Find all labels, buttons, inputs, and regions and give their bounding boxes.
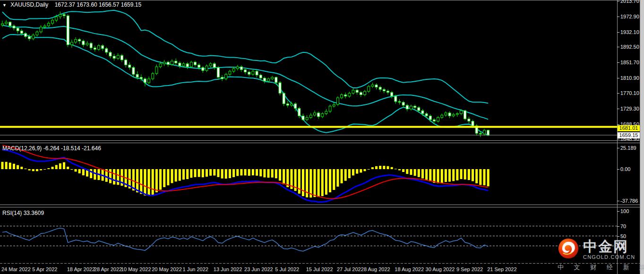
candle-body xyxy=(356,90,358,93)
macd-histogram-bar xyxy=(40,169,42,170)
hline-1681[interactable] xyxy=(0,126,617,128)
macd-histogram-bar xyxy=(418,169,420,177)
candle-body xyxy=(186,64,189,67)
candle-body xyxy=(352,90,354,93)
macd-histogram-bar xyxy=(341,169,343,183)
pane-separator[interactable] xyxy=(0,205,641,205)
candle-body xyxy=(387,91,389,93)
macd-histogram-bar xyxy=(5,162,8,169)
candle-body xyxy=(5,22,8,24)
candle-body xyxy=(194,62,197,65)
candle-body xyxy=(414,106,416,108)
macd-histogram-bar xyxy=(279,169,281,180)
candle-body xyxy=(198,65,200,68)
price-axis-label: 1932.10 xyxy=(620,29,639,35)
candle-body xyxy=(102,45,104,48)
macd-histogram-bar xyxy=(75,169,77,171)
axis-tick xyxy=(617,32,619,33)
candle-body xyxy=(43,26,46,27)
macd-histogram-bar xyxy=(167,169,169,185)
macd-histogram-bar xyxy=(383,166,385,169)
macd-histogram-bar xyxy=(421,169,424,179)
macd-histogram-bar xyxy=(32,169,34,171)
candle-body xyxy=(395,96,397,102)
candle-body xyxy=(448,113,451,116)
candle-body xyxy=(283,93,285,103)
macd-histogram-bar xyxy=(36,169,38,171)
rsi-pane[interactable] xyxy=(0,226,617,251)
macd-histogram-bar xyxy=(20,167,23,169)
candle-body xyxy=(252,71,254,74)
macd-histogram-bar xyxy=(140,169,142,194)
macd-histogram-bar xyxy=(13,164,15,169)
candle-body xyxy=(140,77,142,79)
macd-histogram-bar xyxy=(336,169,339,187)
macd-histogram-bar xyxy=(375,166,378,169)
macd-histogram-bar xyxy=(1,162,4,169)
candle-body xyxy=(105,49,108,52)
hline-price-tag[interactable]: 1681.01 xyxy=(618,125,640,131)
macd-histogram-bar xyxy=(117,169,119,185)
candle-body xyxy=(452,114,455,116)
macd-histogram-bar xyxy=(360,169,362,172)
candle-body xyxy=(286,104,289,105)
axis-tick xyxy=(617,47,619,47)
candle-body xyxy=(28,36,31,39)
candle-body xyxy=(175,61,177,63)
macd-pane[interactable] xyxy=(1,145,489,202)
macd-histogram-bar xyxy=(59,163,61,169)
macd-histogram-bar xyxy=(194,169,197,177)
axis-tick xyxy=(617,93,619,94)
macd-histogram-bar xyxy=(475,169,478,183)
candle-body xyxy=(120,55,123,60)
macd-histogram-bar xyxy=(302,169,304,196)
price-chart-canvas[interactable] xyxy=(0,0,644,274)
pane-separator[interactable] xyxy=(0,143,641,143)
price-axis-label: 1892.50 xyxy=(620,44,639,50)
macd-histogram-bar xyxy=(24,169,26,169)
axis-tick xyxy=(617,236,619,237)
candle-body xyxy=(256,71,258,75)
pane-separator[interactable] xyxy=(0,207,641,207)
macd-histogram-bar xyxy=(148,169,150,196)
candle-body xyxy=(483,130,486,134)
candle-body xyxy=(94,48,96,49)
symbol-dropdown-icon[interactable]: ▼ xyxy=(2,3,7,8)
macd-histogram-bar xyxy=(344,169,347,181)
macd-histogram-bar xyxy=(441,169,443,183)
macd-histogram-bar xyxy=(460,169,463,179)
date-axis-label: 13 Jun 2022 xyxy=(214,266,242,272)
candle-body xyxy=(421,111,424,113)
macd-histogram-bar xyxy=(252,169,254,175)
macd-histogram-bar xyxy=(487,169,489,186)
macd-histogram-bar xyxy=(198,169,200,177)
macd-histogram-bar xyxy=(402,169,404,172)
candle-body xyxy=(318,113,320,117)
candle-body xyxy=(90,43,92,48)
candle-body xyxy=(152,74,154,79)
macd-histogram-bar xyxy=(190,169,192,178)
candle-body xyxy=(155,67,158,73)
candle-body xyxy=(17,28,19,31)
window-top-border xyxy=(0,0,644,0)
macd-histogram-bar xyxy=(398,169,401,170)
rsi-axis-label: 100 xyxy=(620,208,629,214)
window-scrollbar[interactable] xyxy=(640,0,644,274)
macd-axis-label: 0.00 xyxy=(620,166,630,172)
macd-histogram-bar xyxy=(406,169,408,174)
candle-body xyxy=(109,52,112,56)
price-axis-label: 1851.70 xyxy=(620,60,639,65)
candle-body xyxy=(263,78,266,81)
macd-histogram-bar xyxy=(136,169,138,192)
main-pane[interactable] xyxy=(1,10,489,137)
macd-histogram-bar xyxy=(28,169,31,171)
candle-body xyxy=(67,16,69,45)
macd-histogram-bar xyxy=(52,167,54,169)
candle-body xyxy=(217,68,219,77)
candle-body xyxy=(40,27,42,32)
macd-histogram-bar xyxy=(163,169,165,187)
candle-body xyxy=(24,34,26,36)
pane-separator[interactable] xyxy=(0,140,641,141)
macd-histogram-bar xyxy=(321,169,324,196)
candle-body xyxy=(298,108,301,116)
